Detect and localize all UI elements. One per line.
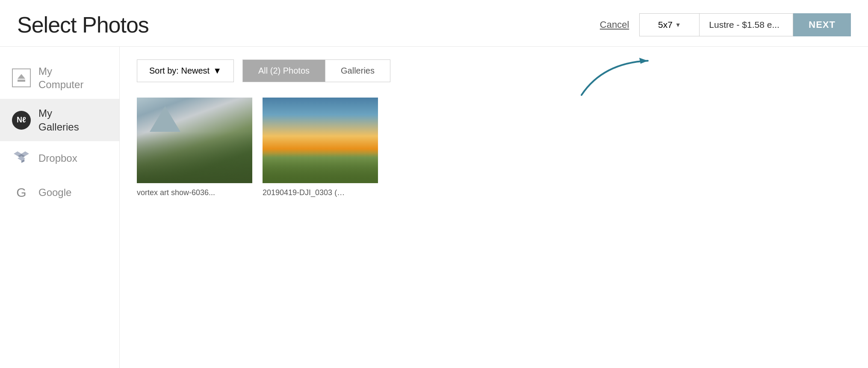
tab-all-photos[interactable]: All (2) Photos bbox=[243, 60, 325, 82]
sidebar-item-google[interactable]: G Google bbox=[0, 175, 119, 210]
sort-button[interactable]: Sort by: Newest ▼ bbox=[137, 59, 234, 82]
header-actions: Cancel 5x7 ▼ Lustre - $1.58 e... NEXT bbox=[600, 13, 851, 36]
sidebar-item-my-galleries[interactable]: Nℓ MyGalleries bbox=[0, 99, 119, 141]
galleries-icon: Nℓ bbox=[12, 111, 31, 130]
photo-label-1: vortex art show-6036... bbox=[137, 188, 252, 197]
sidebar-label-dropbox: Dropbox bbox=[38, 151, 77, 165]
sidebar-item-my-computer[interactable]: MyComputer bbox=[0, 57, 119, 99]
photo-label-2: 20190419-DJI_0303 (… bbox=[263, 188, 378, 197]
size-dropdown-arrow-icon: ▼ bbox=[675, 21, 681, 28]
sort-dropdown-arrow-icon: ▼ bbox=[213, 66, 221, 76]
next-button[interactable]: NEXT bbox=[793, 13, 851, 36]
page-header: Select Photos Cancel 5x7 ▼ Lustre - $1.5… bbox=[0, 0, 868, 47]
photo-thumbnail-2[interactable] bbox=[263, 98, 378, 183]
photo-grid: vortex art show-6036... 20190419-DJI_030… bbox=[137, 98, 851, 197]
cancel-link[interactable]: Cancel bbox=[600, 19, 629, 30]
mountain-photo-image bbox=[137, 98, 252, 183]
content-area: Sort by: Newest ▼ All (2) Photos Galleri… bbox=[120, 47, 868, 368]
page-title: Select Photos bbox=[17, 12, 149, 38]
sunset-photo-image bbox=[263, 98, 378, 183]
photo-thumbnail-1[interactable] bbox=[137, 98, 252, 183]
dropbox-icon bbox=[12, 149, 31, 168]
sidebar-label-google: Google bbox=[38, 186, 71, 199]
tab-group: All (2) Photos Galleries bbox=[242, 59, 390, 82]
main-layout: MyComputer Nℓ MyGalleries Dropbox bbox=[0, 47, 868, 368]
filter-bar: Sort by: Newest ▼ All (2) Photos Galleri… bbox=[137, 59, 851, 82]
sidebar-label-my-galleries: MyGalleries bbox=[38, 107, 79, 133]
finish-selector-button[interactable]: Lustre - $1.58 e... bbox=[699, 13, 793, 36]
sidebar: MyComputer Nℓ MyGalleries Dropbox bbox=[0, 47, 120, 368]
upload-icon bbox=[12, 68, 31, 87]
list-item: 20190419-DJI_0303 (… bbox=[263, 98, 378, 197]
list-item: vortex art show-6036... bbox=[137, 98, 252, 197]
google-icon: G bbox=[12, 183, 31, 202]
sidebar-item-dropbox[interactable]: Dropbox bbox=[0, 141, 119, 175]
tab-galleries[interactable]: Galleries bbox=[325, 60, 390, 82]
sidebar-label-my-computer: MyComputer bbox=[38, 65, 83, 91]
size-selector-button[interactable]: 5x7 ▼ bbox=[639, 13, 699, 36]
